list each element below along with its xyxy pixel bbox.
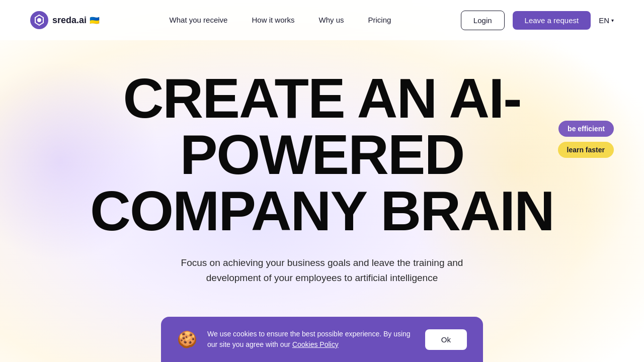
hero-title: CREATE AN AI-POWERED COMPANY BRAIN <box>20 70 624 239</box>
nav-item-what-you-receive[interactable]: What you receive <box>170 16 228 25</box>
nav-actions: Login Leave a request EN ▾ <box>461 11 614 30</box>
hero-subtitle: Focus on achieving your business goals a… <box>176 255 468 286</box>
cookie-text: We use cookies to ensure the best possib… <box>207 329 415 350</box>
nav-item-how-it-works[interactable]: How it works <box>252 16 294 25</box>
cookie-banner: 🍪 We use cookies to ensure the best poss… <box>161 317 483 362</box>
navbar: sreda.ai 🇺🇦 What you receive How it work… <box>0 0 644 40</box>
nav-item-pricing[interactable]: Pricing <box>368 16 391 25</box>
login-button[interactable]: Login <box>461 11 505 30</box>
nav-item-why-us[interactable]: Why us <box>318 16 344 25</box>
logo-area: sreda.ai 🇺🇦 <box>30 11 100 29</box>
cookie-icon: 🍪 <box>177 330 197 349</box>
language-label: EN <box>599 16 609 25</box>
hero-section: CREATE AN AI-POWERED COMPANY BRAIN Focus… <box>0 40 644 286</box>
logo-icon <box>30 11 48 29</box>
cookies-policy-link[interactable]: Cookies Policy <box>292 340 339 348</box>
language-selector[interactable]: EN ▾ <box>599 16 614 25</box>
brand-name: sreda.ai 🇺🇦 <box>52 15 100 26</box>
ok-button[interactable]: Ok <box>425 329 467 350</box>
flag-icon: 🇺🇦 <box>90 16 100 25</box>
nav-links: What you receive How it works Why us Pri… <box>170 16 391 25</box>
svg-point-1 <box>37 18 41 22</box>
leave-request-button[interactable]: Leave a request <box>513 11 591 30</box>
chevron-down-icon: ▾ <box>611 18 614 23</box>
